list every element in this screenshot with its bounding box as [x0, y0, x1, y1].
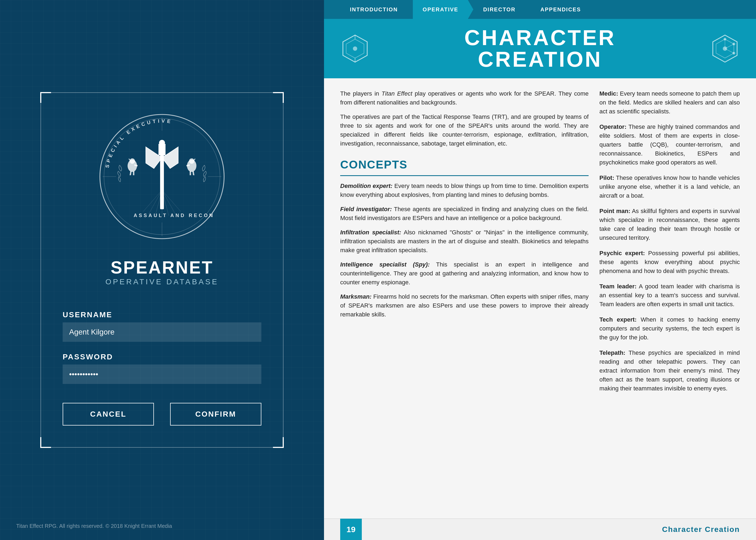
corner-bracket-br [273, 437, 284, 448]
concepts-title: CONCEPTS [340, 156, 588, 176]
intro-para-1: The players in Titan Effect play operati… [340, 89, 588, 107]
emblem: SPECIAL EXECUTIVE ASSAULT AND RECON [94, 109, 229, 244]
username-label: USERNAME [63, 311, 112, 319]
username-input[interactable] [63, 323, 261, 342]
concept-psychic: Psychic expert: Possessing powerful psi … [599, 249, 740, 275]
right-column: Medic: Every team needs someone to patch… [599, 89, 740, 508]
page-number: 19 [340, 519, 362, 540]
svg-point-7 [159, 140, 165, 146]
header-icon-right [710, 34, 740, 64]
svg-line-33 [725, 44, 734, 49]
page-title: CHARACTERCREATION [370, 27, 710, 70]
page-header: CHARACTERCREATION [324, 19, 756, 78]
password-input[interactable] [63, 364, 261, 384]
concept-field-investigator: Field investigator: These agents are spe… [340, 204, 588, 222]
left-panel: SPECIAL EXECUTIVE ASSAULT AND RECON [0, 0, 324, 540]
app-title: SPEARNET [111, 258, 213, 278]
concept-tech-expert: Tech expert: When it comes to hacking en… [599, 315, 740, 342]
corner-bracket-tl [40, 92, 51, 103]
concept-infiltration: Infiltration specialist: Also nicknamed … [340, 228, 588, 255]
left-footer: Titan Effect RPG. All rights reserved. ©… [16, 523, 172, 529]
svg-text:ASSAULT  AND  RECON: ASSAULT AND RECON [134, 213, 214, 218]
login-card: SPECIAL EXECUTIVE ASSAULT AND RECON [41, 92, 284, 448]
concept-pilot: Pilot: These operatives know how to hand… [599, 173, 740, 200]
cancel-button[interactable]: CANCEL [63, 403, 154, 426]
header-icon-left [340, 34, 370, 64]
confirm-button[interactable]: CONFIRM [170, 403, 261, 426]
app-subtitle: OPERATIVE DATABASE [105, 278, 218, 286]
password-label: PASSWORD [63, 352, 113, 361]
concept-telepath: Telepath: These psychics are specialized… [599, 348, 740, 393]
concept-operator: Operator: These are highly trained comma… [599, 122, 740, 167]
corner-bracket-bl [40, 437, 51, 448]
concept-intelligence: Intelligence specialist (Spy): This spec… [340, 260, 588, 287]
concept-demolition: Demolition expert: Every team needs to b… [340, 182, 588, 199]
content-area: The players in Titan Effect play operati… [324, 78, 756, 518]
nav-tabs: INTRODUCTION OPERATIVE DIRECTOR APPENDIC… [324, 0, 756, 19]
tab-introduction[interactable]: INTRODUCTION [340, 0, 408, 19]
buttons-row: CANCEL CONFIRM [63, 403, 261, 426]
svg-line-19 [162, 190, 176, 214]
corner-bracket-tr [273, 92, 284, 103]
tab-director[interactable]: DIRECTOR [473, 0, 525, 19]
concept-point-man: Point man: As skillful fighters and expe… [599, 206, 740, 242]
intro-para-2: The operatives are part of the Tactical … [340, 112, 588, 148]
svg-line-34 [725, 49, 734, 53]
right-panel: INTRODUCTION OPERATIVE DIRECTOR APPENDIC… [324, 0, 756, 540]
left-column: The players in Titan Effect play operati… [340, 89, 588, 508]
footer-chapter-title: Character Creation [662, 525, 740, 534]
svg-point-23 [353, 47, 357, 51]
svg-line-15 [149, 190, 162, 214]
concept-medic: Medic: Every team needs someone to patch… [599, 89, 740, 116]
concept-marksman: Marksman: Firearms hold no secrets for t… [340, 292, 588, 319]
tab-appendices[interactable]: APPENDICES [531, 0, 591, 19]
concept-team-leader: Team leader: A good team leader with cha… [599, 282, 740, 309]
tab-operative[interactable]: OPERATIVE [413, 0, 468, 19]
svg-point-9 [130, 159, 135, 164]
svg-point-11 [189, 159, 194, 164]
page-footer: 19 Character Creation [324, 518, 756, 540]
